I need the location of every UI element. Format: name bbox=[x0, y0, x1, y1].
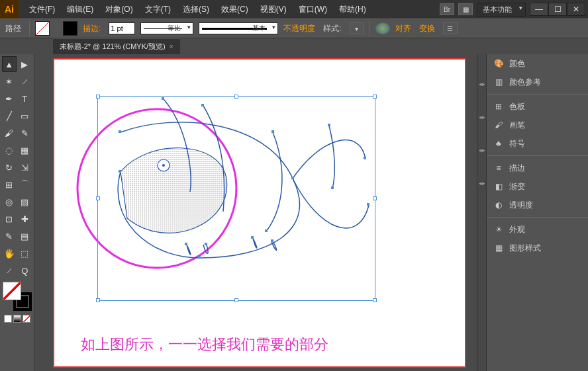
width-tool[interactable]: ⊞ bbox=[2, 177, 17, 192]
options-menu[interactable]: ☰ bbox=[443, 22, 458, 34]
panel-swatches[interactable]: ⊞色板 bbox=[487, 97, 588, 116]
panel-transparency[interactable]: ◐透明度 bbox=[487, 196, 588, 214]
rectangle-tool[interactable]: ▭ bbox=[18, 108, 32, 124]
tab-close-icon[interactable]: × bbox=[170, 43, 173, 50]
selection-bounding-box[interactable] bbox=[97, 96, 375, 301]
symbol-sprayer-tool[interactable]: 🖐 bbox=[2, 245, 17, 261]
panel-graphic-styles[interactable]: ▦图形样式 bbox=[487, 239, 588, 257]
opacity-label[interactable]: 不透明度 bbox=[283, 23, 315, 34]
perspective-tool[interactable]: ▨ bbox=[18, 194, 32, 210]
arrange-docs-button[interactable]: ▦ bbox=[458, 3, 473, 15]
stroke-icon: ≡ bbox=[493, 163, 504, 173]
paintbrush-tool[interactable]: 🖌 bbox=[2, 125, 17, 141]
main-menu: 文件(F) 编辑(E) 对象(O) 文字(T) 选择(S) 效果(C) 视图(V… bbox=[24, 1, 440, 18]
fill-box[interactable] bbox=[3, 282, 21, 300]
tab-title: 未标题-2* @ 121% (CMYK/预览) bbox=[60, 42, 166, 52]
swatches-icon: ⊞ bbox=[493, 101, 504, 112]
color-mode[interactable] bbox=[4, 315, 12, 323]
align-label[interactable]: 对齐 bbox=[395, 23, 411, 34]
workspace-switcher[interactable]: 基本功能 bbox=[477, 3, 526, 17]
gradient-icon: ◧ bbox=[493, 181, 504, 192]
line-tool[interactable]: ╱ bbox=[2, 108, 17, 124]
app-logo: Ai bbox=[0, 0, 19, 19]
direct-selection-tool[interactable]: ▶ bbox=[18, 56, 32, 72]
pencil-tool[interactable]: ✎ bbox=[18, 125, 32, 141]
magic-wand-tool[interactable]: ✶ bbox=[2, 73, 17, 89]
panel-color-guide[interactable]: ▥颜色参考 bbox=[487, 73, 588, 91]
menu-select[interactable]: 选择(S) bbox=[177, 1, 215, 18]
fill-stroke-control[interactable] bbox=[3, 282, 32, 311]
panel-dock: 🎨颜色 ▥颜色参考 ⊞色板 🖌画笔 ♣符号 ≡描边 ◧渐变 ◐透明度 ☀外观 ▦… bbox=[486, 54, 588, 371]
toolbox: ▲▶ ✶⟋ ✒T ╱▭ 🖌✎ ◌▦ ↻⇲ ⊞⌒ ◎▨ ⊡✚ ✎▤ 🖐⬚ ⟋Q bbox=[0, 54, 34, 371]
panel-gradient[interactable]: ◧渐变 bbox=[487, 177, 588, 196]
none-mode[interactable] bbox=[23, 315, 30, 323]
recolor-button[interactable] bbox=[375, 22, 390, 34]
blend-tool[interactable]: ▤ bbox=[18, 228, 32, 244]
column-graph-tool[interactable]: ⬚ bbox=[18, 245, 32, 261]
canvas[interactable]: 如上图所示，一一选择我们需要的部分 bbox=[34, 54, 477, 371]
brush-dropdown[interactable]: 基本 bbox=[199, 22, 278, 34]
appearance-icon: ☀ bbox=[493, 224, 504, 235]
options-bar: 路径 描边: 等比 基本 不透明度 样式: ▾ 对齐 变换 ☰ bbox=[0, 19, 588, 38]
gradient-mode[interactable] bbox=[13, 315, 21, 323]
style-label: 样式: bbox=[323, 23, 341, 34]
mesh-tool[interactable]: ⊡ bbox=[2, 211, 17, 227]
symbol-icon: ♣ bbox=[493, 138, 504, 149]
menu-effect[interactable]: 效果(C) bbox=[216, 1, 254, 18]
panel-brushes[interactable]: 🖌画笔 bbox=[487, 116, 588, 134]
menu-window[interactable]: 窗口(W) bbox=[293, 1, 332, 18]
blob-brush-tool[interactable]: ◌ bbox=[2, 142, 17, 158]
stroke-weight-input[interactable] bbox=[109, 22, 135, 34]
panel-symbols[interactable]: ♣符号 bbox=[487, 134, 588, 153]
window-minimize[interactable]: — bbox=[530, 3, 548, 16]
document-tab[interactable]: 未标题-2* @ 121% (CMYK/预览) × bbox=[53, 38, 180, 54]
panel-grip[interactable]: ◂▸◂▸◂▸◂▸ bbox=[477, 54, 486, 371]
rotate-tool[interactable]: ↻ bbox=[2, 159, 17, 175]
eyedropper-tool[interactable]: ✎ bbox=[2, 228, 17, 244]
menu-file[interactable]: 文件(F) bbox=[24, 1, 60, 18]
lasso-tool[interactable]: ⟋ bbox=[18, 73, 32, 89]
slice-tool[interactable]: Q bbox=[18, 263, 32, 278]
free-transform-tool[interactable]: ⌒ bbox=[18, 177, 32, 192]
menu-edit[interactable]: 编辑(E) bbox=[62, 1, 99, 18]
stroke-label[interactable]: 描边: bbox=[83, 23, 101, 34]
profile-dropdown[interactable]: 等比 bbox=[140, 22, 193, 34]
artboard[interactable]: 如上图所示，一一选择我们需要的部分 bbox=[53, 58, 466, 368]
menu-view[interactable]: 视图(V) bbox=[255, 1, 292, 18]
menu-type[interactable]: 文字(T) bbox=[140, 1, 176, 18]
shape-builder-tool[interactable]: ◎ bbox=[2, 194, 17, 210]
palette-icon: 🎨 bbox=[493, 58, 504, 69]
graphic-styles-icon: ▦ bbox=[493, 243, 504, 253]
context-label: 路径 bbox=[5, 23, 21, 34]
panel-appearance[interactable]: ☀外观 bbox=[487, 220, 588, 239]
stroke-swatch[interactable] bbox=[63, 21, 77, 36]
artboard-tool[interactable]: ⟋ bbox=[2, 263, 17, 278]
fill-swatch[interactable] bbox=[35, 21, 50, 36]
menu-object[interactable]: 对象(O) bbox=[100, 1, 138, 18]
type-tool[interactable]: T bbox=[18, 91, 32, 106]
transparency-icon: ◐ bbox=[493, 200, 504, 210]
menu-help[interactable]: 帮助(H) bbox=[334, 1, 371, 18]
annotation-caption: 如上图所示，一一选择我们需要的部分 bbox=[81, 335, 328, 354]
panel-stroke[interactable]: ≡描边 bbox=[487, 159, 588, 177]
transform-label[interactable]: 变换 bbox=[419, 23, 435, 34]
eraser-tool[interactable]: ▦ bbox=[18, 142, 32, 158]
selection-tool[interactable]: ▲ bbox=[2, 56, 17, 72]
window-maximize[interactable]: ☐ bbox=[548, 3, 567, 16]
color-guide-icon: ▥ bbox=[493, 77, 504, 87]
bridge-button[interactable]: Br bbox=[440, 3, 454, 15]
style-dropdown[interactable]: ▾ bbox=[350, 22, 364, 34]
window-close[interactable]: ✕ bbox=[567, 3, 585, 16]
pen-tool[interactable]: ✒ bbox=[2, 91, 17, 106]
panel-color[interactable]: 🎨颜色 bbox=[487, 54, 588, 73]
scale-tool[interactable]: ⇲ bbox=[18, 159, 32, 175]
gradient-tool[interactable]: ✚ bbox=[18, 211, 32, 227]
brush-icon: 🖌 bbox=[493, 120, 504, 130]
